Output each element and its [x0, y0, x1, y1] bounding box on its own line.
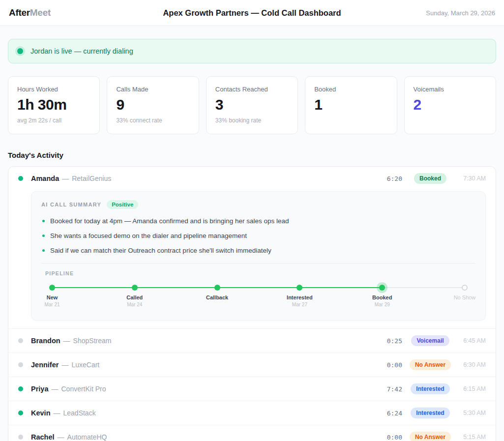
summary-title: AI CALL SUMMARY: [41, 202, 101, 207]
stage-date: Mar 27: [292, 302, 307, 308]
not-connected-dot: [18, 435, 23, 440]
activity-row[interactable]: Brandon—ShopStream0:25Voicemail6:45 AM: [8, 329, 496, 353]
stage-name: New: [47, 294, 58, 300]
app-logo-light: Meet: [30, 7, 51, 18]
summary-bullet: She wants a focused demo on the dialer a…: [41, 232, 475, 239]
call-duration: 6:20: [380, 175, 402, 182]
company-name: ConvertKit Pro: [61, 385, 106, 393]
call-time: 6:15 AM: [458, 385, 486, 392]
page-title: Apex Growth Partners — Cold Call Dashboa…: [163, 8, 341, 18]
activity-row[interactable]: Jennifer—LuxeCart0:00No Answer6:30 AM: [8, 353, 496, 377]
activity-list: Amanda—RetailGenius6:20Booked7:30 AMAI C…: [8, 166, 496, 441]
activity-row[interactable]: Priya—ConvertKit Pro7:42Interested6:15 A…: [8, 377, 496, 401]
live-status-text: Jordan is live — currently dialing: [30, 47, 133, 55]
section-heading: Today's Activity: [8, 151, 496, 159]
activity-row[interactable]: Rachel—AutomateHQ0:00No Answer5:15 AM: [8, 425, 496, 441]
stat-value: 9: [116, 96, 189, 113]
contact-name: Brandon: [31, 337, 60, 345]
stage-date: Mar 24: [127, 302, 142, 308]
stat-card-voicemails: Voicemails2: [404, 76, 496, 134]
name-company-separator: —: [58, 433, 64, 441]
stage-dot: [296, 285, 302, 291]
activity-row[interactable]: Amanda—RetailGenius6:20Booked7:30 AM: [8, 167, 496, 190]
stage-name: Interested: [287, 294, 313, 300]
call-time: 6:45 AM: [458, 337, 486, 344]
status-badge: No Answer: [410, 432, 451, 441]
activity-row-wrap: Rachel—AutomateHQ0:00No Answer5:15 AM: [8, 425, 496, 441]
stage-name: Callback: [206, 294, 228, 300]
stage-dot: [462, 285, 468, 291]
status-badge-column: Interested: [407, 383, 453, 394]
company-name: AutomateHQ: [67, 433, 107, 441]
stat-sublabel: 33% connect rate: [116, 117, 189, 124]
stat-value: 2: [414, 96, 487, 113]
summary-header: AI CALL SUMMARYPositive: [41, 200, 475, 209]
status-badge: Interested: [411, 383, 449, 394]
name-company-separator: —: [51, 385, 58, 393]
not-connected-dot: [18, 338, 23, 343]
stat-label: Booked: [314, 86, 387, 93]
call-duration: 0:00: [380, 361, 402, 369]
stage-name: Booked: [372, 294, 392, 300]
activity-row[interactable]: Kevin—LeadStack6:24Interested5:30 AM: [8, 401, 496, 425]
contact-name: Amanda: [31, 175, 59, 182]
call-time: 5:15 AM: [458, 434, 486, 441]
pipeline-stage-called: CalledMar 24: [111, 285, 158, 308]
stage-name: Called: [126, 294, 143, 300]
call-duration: 6:24: [380, 410, 402, 417]
stat-sublabel: avg 2m 22s / call: [17, 117, 90, 124]
status-badge-column: Interested: [407, 408, 453, 418]
status-badge: Voicemail: [411, 335, 449, 346]
main-content: Jordan is live — currently dialing Hours…: [0, 39, 504, 441]
pipeline-title: PIPELINE: [45, 270, 472, 276]
bullet-dot-icon: [42, 220, 45, 222]
app-logo-bold: After: [9, 7, 30, 18]
bullet-dot-icon: [42, 249, 45, 252]
stat-card-calls-made: Calls Made933% connect rate: [107, 76, 199, 134]
summary-bullet-list: Booked for today at 4pm — Amanda confirm…: [41, 217, 475, 254]
top-bar: AfterMeet Apex Growth Partners — Cold Ca…: [0, 0, 504, 26]
company-name: LeadStack: [63, 409, 96, 417]
call-duration: 0:25: [380, 337, 402, 345]
stat-card-booked: Booked1: [305, 76, 397, 134]
header-date: Sunday, March 29, 2026: [426, 9, 495, 17]
call-duration: 0:00: [380, 434, 402, 441]
status-badge-column: Voicemail: [407, 335, 453, 346]
pipeline-track: NewMar 21CalledMar 24CallbackInterestedM…: [52, 285, 465, 313]
bullet-dot-icon: [42, 235, 45, 237]
not-connected-dot: [18, 362, 23, 367]
stat-sublabel: 33% booking rate: [215, 117, 289, 124]
connected-dot: [18, 411, 23, 415]
stage-date: Mar 21: [44, 302, 59, 308]
connected-dot: [18, 176, 23, 181]
company-name: ShopStream: [73, 337, 112, 345]
ai-call-summary: AI CALL SUMMARYPositiveBooked for today …: [31, 191, 486, 321]
activity-row-wrap: Brandon—ShopStream0:25Voicemail6:45 AM: [8, 328, 496, 353]
name-company-separator: —: [54, 409, 60, 417]
stat-label: Calls Made: [116, 86, 189, 93]
stat-label: Contacts Reached: [215, 86, 289, 93]
summary-bullet: Said if we can match their Outreach cont…: [41, 247, 475, 254]
contact-name: Priya: [31, 385, 48, 393]
status-badge: Interested: [411, 408, 449, 418]
pipeline-stage-booked: BookedMar 29: [358, 285, 406, 308]
contact-name: Jennifer: [31, 361, 59, 369]
stat-label: Hours Worked: [17, 86, 90, 93]
call-time: 5:30 AM: [458, 410, 486, 416]
activity-row-wrap: Kevin—LeadStack6:24Interested5:30 AM: [8, 401, 496, 425]
pipeline-stage-interested: InterestedMar 27: [276, 285, 323, 308]
call-time: 6:30 AM: [458, 361, 486, 368]
sentiment-badge: Positive: [107, 200, 138, 209]
status-badge: No Answer: [410, 359, 451, 370]
activity-row-wrap: Priya—ConvertKit Pro7:42Interested6:15 A…: [8, 377, 496, 401]
activity-row-wrap: Amanda—RetailGenius6:20Booked7:30 AMAI C…: [8, 167, 496, 321]
stage-dot: [49, 285, 55, 291]
stage-dot: [379, 285, 385, 291]
stage-dot: [132, 285, 138, 291]
live-status-banner: Jordan is live — currently dialing: [8, 39, 496, 63]
summary-bullet: Booked for today at 4pm — Amanda confirm…: [41, 217, 475, 225]
status-badge-column: No Answer: [407, 432, 453, 441]
contact-name: Rachel: [31, 433, 55, 441]
pipeline-stage-callback: Callback: [194, 285, 241, 308]
app-logo: AfterMeet: [9, 7, 51, 18]
